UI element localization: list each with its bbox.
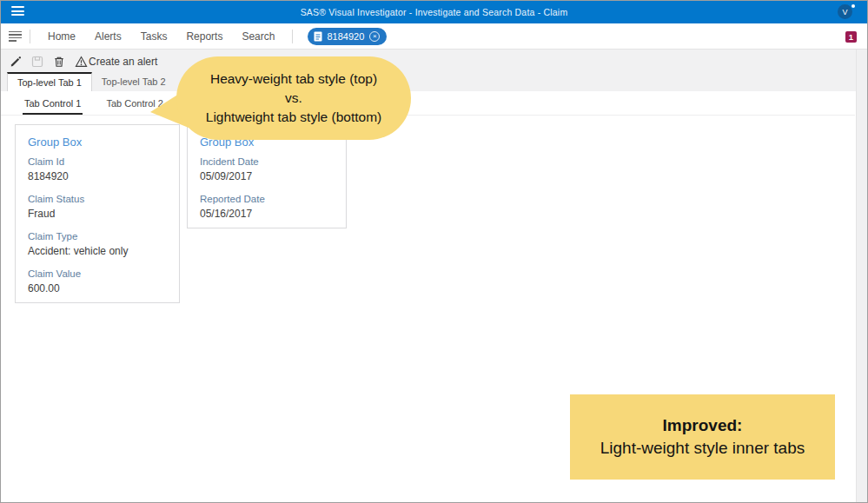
group-box-claim: Group Box Claim Id 8184920 Claim Status … xyxy=(15,124,180,303)
app-title: SAS® Visual Investigator - Investigate a… xyxy=(1,7,867,17)
nav-item-search[interactable]: Search xyxy=(232,23,284,50)
tab-control-1[interactable]: Tab Control 1 xyxy=(23,92,83,115)
user-avatar[interactable]: V xyxy=(838,4,855,20)
field-claim-value: Claim Value 600.00 xyxy=(28,268,167,295)
nav-item-reports[interactable]: Reports xyxy=(176,23,232,50)
field-claim-id: Claim Id 8184920 xyxy=(28,156,167,182)
field-value: 8184920 xyxy=(28,170,167,182)
callout-line: Heavy-weight tab style (top) xyxy=(210,69,377,89)
field-value: 600.00 xyxy=(28,282,167,295)
avatar-initial: V xyxy=(838,4,852,19)
top-level-tab-1[interactable]: Top-level Tab 1 xyxy=(7,72,92,91)
callout-line: Lightweight tab style (bottom) xyxy=(206,108,381,127)
create-alert-button[interactable]: Create an alert xyxy=(75,56,157,68)
callout-bubble: Heavy-weight tab style (top) vs. Lightwe… xyxy=(176,56,411,140)
group-box-title: Group Box xyxy=(28,136,167,149)
nav-item-alerts[interactable]: Alerts xyxy=(85,23,131,50)
edit-button[interactable] xyxy=(10,56,22,68)
nav-divider xyxy=(292,30,293,43)
page-list-icon[interactable] xyxy=(9,31,22,42)
field-label: Claim Value xyxy=(28,268,167,279)
delete-button[interactable] xyxy=(53,56,65,68)
field-incident-date: Incident Date 05/09/2017 xyxy=(200,156,334,182)
improvement-note: Improved: Light-weight style inner tabs xyxy=(570,394,835,480)
nav-item-tasks[interactable]: Tasks xyxy=(131,23,177,50)
save-button[interactable] xyxy=(31,56,43,68)
document-icon xyxy=(314,31,322,42)
note-body: Light-weight style inner tabs xyxy=(600,437,805,460)
field-label: Claim Type xyxy=(28,231,167,242)
field-claim-status: Claim Status Fraud xyxy=(28,194,167,220)
field-label: Reported Date xyxy=(200,194,334,204)
toolbar-and-tabstrip: Create an alert Top-level Tab 1 Top-leve… xyxy=(1,50,867,91)
open-entity-tab[interactable]: 8184920 × xyxy=(308,28,387,45)
app-window: SAS® Visual Investigator - Investigate a… xyxy=(0,0,868,503)
close-icon[interactable]: × xyxy=(369,31,380,42)
title-bar: SAS® Visual Investigator - Investigate a… xyxy=(1,1,867,23)
hamburger-menu-icon[interactable] xyxy=(11,6,24,17)
save-icon xyxy=(31,56,43,68)
group-box-dates: Group Box Incident Date 05/09/2017 Repor… xyxy=(187,124,347,228)
field-label: Claim Status xyxy=(28,194,167,204)
nav-item-home[interactable]: Home xyxy=(38,23,85,50)
trash-icon xyxy=(53,56,65,68)
callout-line: vs. xyxy=(285,89,302,108)
entity-tab-label: 8184920 xyxy=(327,31,364,42)
warning-icon xyxy=(75,56,88,68)
presence-dot-icon xyxy=(851,4,855,8)
field-claim-type: Claim Type Accident: vehicle only xyxy=(28,231,167,257)
note-heading: Improved: xyxy=(663,414,743,437)
field-label: Incident Date xyxy=(200,156,334,167)
field-reported-date: Reported Date 05/16/2017 xyxy=(200,194,334,220)
field-value: Accident: vehicle only xyxy=(28,245,167,257)
field-value: Fraud xyxy=(28,208,167,220)
right-gutter xyxy=(856,50,867,502)
inner-tabstrip: Tab Control 1 Tab Control 2 xyxy=(1,91,855,116)
pencil-icon xyxy=(10,56,22,68)
record-toolbar: Create an alert xyxy=(10,54,157,69)
create-alert-label: Create an alert xyxy=(89,56,157,68)
field-value: 05/09/2017 xyxy=(200,170,334,182)
field-label: Claim Id xyxy=(28,156,167,167)
nav-bar: Home Alerts Tasks Reports Search 8184920… xyxy=(1,23,867,50)
nav-divider xyxy=(30,30,30,43)
field-value: 05/16/2017 xyxy=(200,208,334,220)
alert-count-badge[interactable]: 1 xyxy=(845,31,857,43)
